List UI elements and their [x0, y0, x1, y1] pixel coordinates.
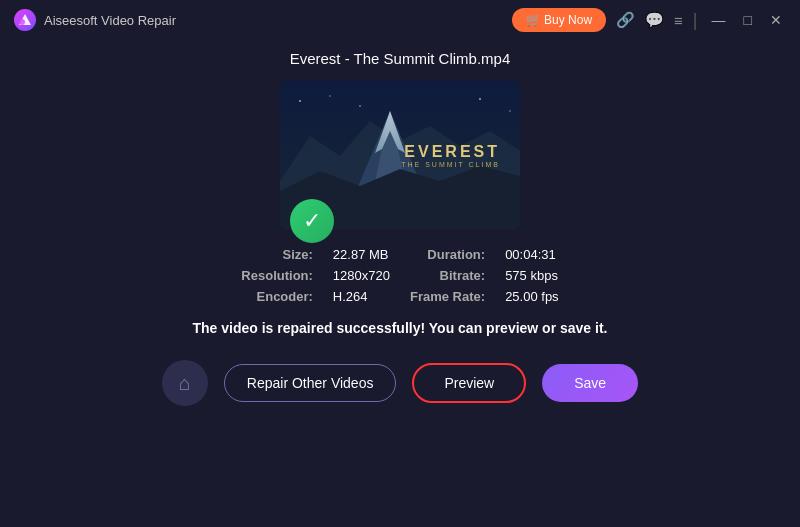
video-filename: Everest - The Summit Climb.mp4 — [290, 50, 511, 67]
home-icon: ⌂ — [179, 372, 191, 395]
save-button[interactable]: Save — [542, 364, 638, 402]
app-title: Aiseesoft Video Repair — [44, 13, 176, 28]
main-content: Everest - The Summit Climb.mp4 — [0, 40, 800, 527]
minimize-button[interactable]: — — [708, 10, 730, 30]
divider: | — [693, 10, 698, 31]
size-label: Size: — [241, 247, 313, 262]
title-bar-right: 🛒 Buy Now 🔗 💬 ≡ | — □ ✕ — [512, 8, 786, 32]
svg-point-7 — [299, 100, 301, 102]
everest-subtitle: THE SUMMIT CLIMB — [401, 161, 500, 168]
resolution-value: 1280x720 — [333, 268, 390, 283]
checkmark-icon: ✓ — [303, 208, 321, 234]
maximize-button[interactable]: □ — [740, 10, 756, 30]
video-info-grid: Size: 22.87 MB Duration: 00:04:31 Resolu… — [241, 247, 558, 304]
size-value: 22.87 MB — [333, 247, 390, 262]
repair-other-button[interactable]: Repair Other Videos — [224, 364, 397, 402]
video-container: EVEREST THE SUMMIT CLIMB ✓ — [280, 81, 520, 229]
svg-point-11 — [509, 110, 511, 112]
success-badge: ✓ — [290, 199, 334, 243]
framerate-value: 25.00 fps — [505, 289, 559, 304]
title-bar: Aiseesoft Video Repair 🛒 Buy Now 🔗 💬 ≡ |… — [0, 0, 800, 40]
title-bar-left: Aiseesoft Video Repair — [14, 9, 176, 31]
bitrate-label: Bitrate: — [410, 268, 485, 283]
svg-point-0 — [19, 19, 25, 25]
menu-icon[interactable]: ≡ — [674, 12, 683, 29]
encoder-label: Encoder: — [241, 289, 313, 304]
buy-now-button[interactable]: 🛒 Buy Now — [512, 8, 606, 32]
close-button[interactable]: ✕ — [766, 10, 786, 30]
svg-point-8 — [329, 95, 331, 97]
bitrate-value: 575 kbps — [505, 268, 559, 283]
success-message: The video is repaired successfully! You … — [193, 320, 608, 336]
everest-title: EVEREST — [401, 143, 500, 161]
svg-point-9 — [359, 105, 361, 107]
preview-button[interactable]: Preview — [412, 363, 526, 403]
duration-value: 00:04:31 — [505, 247, 559, 262]
framerate-label: Frame Rate: — [410, 289, 485, 304]
bottom-bar: ⌂ Repair Other Videos Preview Save — [162, 360, 638, 406]
link-icon[interactable]: 🔗 — [616, 11, 635, 29]
svg-point-10 — [479, 98, 481, 100]
app-logo — [14, 9, 36, 31]
duration-label: Duration: — [410, 247, 485, 262]
home-button[interactable]: ⌂ — [162, 360, 208, 406]
video-overlay-text: EVEREST THE SUMMIT CLIMB — [401, 143, 500, 168]
encoder-value: H.264 — [333, 289, 390, 304]
chat-icon[interactable]: 💬 — [645, 11, 664, 29]
resolution-label: Resolution: — [241, 268, 313, 283]
